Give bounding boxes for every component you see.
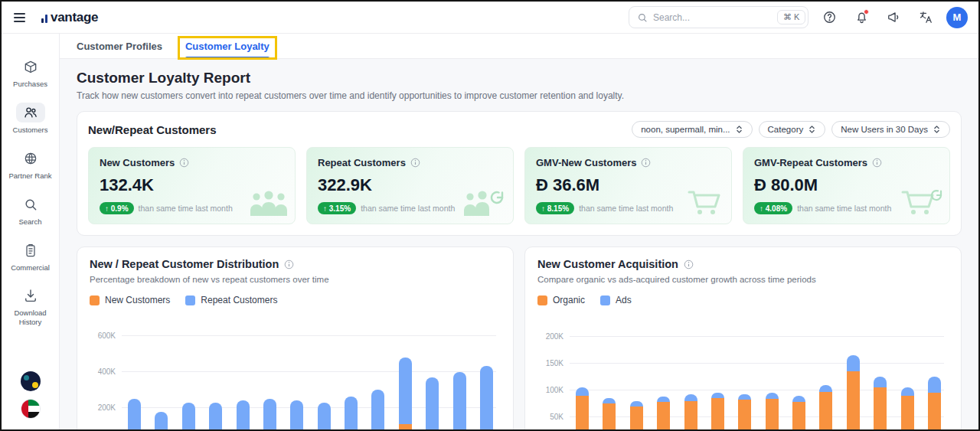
stacked-bar[interactable] xyxy=(576,387,589,431)
bar-segment-repeat-customers xyxy=(480,366,493,431)
bar-segment-repeat-customers xyxy=(371,390,384,431)
filter-value: noon, supermall, min... xyxy=(641,125,730,134)
y-axis-tick-label: 400K xyxy=(90,367,116,376)
stacked-bar[interactable] xyxy=(345,397,358,431)
notifications-bell-icon[interactable] xyxy=(850,6,873,29)
sidebar-item-commercial[interactable]: Commercial xyxy=(5,240,56,273)
legend-label: New Customers xyxy=(105,295,170,305)
y-axis-tick-label: 200K xyxy=(537,332,564,341)
stacked-bar[interactable] xyxy=(603,398,616,431)
info-icon[interactable] xyxy=(179,158,189,168)
kpi-card-gmv-new-customers: GMV-New Customers Đ 36.6M ↑ 8.15% than s… xyxy=(524,147,732,224)
user-avatar[interactable]: M xyxy=(946,7,968,28)
stacked-bar[interactable] xyxy=(901,387,914,431)
stacked-bar[interactable] xyxy=(263,399,276,431)
bar-segment-repeat-customers xyxy=(209,403,222,431)
bar-segment-ads xyxy=(630,401,643,407)
bar-segment-repeat-customers xyxy=(290,400,303,431)
stacked-bar[interactable] xyxy=(847,355,860,431)
chart-card-distribution: New / Repeat Customer Distribution Perce… xyxy=(77,247,514,431)
legend-swatch xyxy=(185,295,195,305)
bar-segment-ads xyxy=(766,393,779,399)
stacked-bar[interactable] xyxy=(480,366,493,431)
kpi-card-repeat-customers: Repeat Customers 322.9K ↑ 3.15% than sam… xyxy=(306,147,514,224)
info-icon[interactable] xyxy=(641,158,651,168)
help-icon[interactable] xyxy=(818,6,841,29)
stacked-bar[interactable] xyxy=(209,403,222,431)
sidebar-nav: Purchases Customers Partner Rank Search xyxy=(2,34,60,429)
stacked-bar[interactable] xyxy=(318,403,331,431)
info-icon[interactable] xyxy=(684,260,694,269)
stacked-bar[interactable] xyxy=(426,377,439,431)
uae-flag-icon[interactable] xyxy=(21,399,41,419)
bar-segment-new-customers xyxy=(399,424,412,431)
sidebar-item-label: Commercial xyxy=(11,263,50,273)
stacked-bar[interactable] xyxy=(657,397,670,431)
bar-segment-organic xyxy=(738,400,751,431)
stacked-bar[interactable] xyxy=(711,393,724,431)
sidebar-item-download-history[interactable]: Download History xyxy=(5,286,56,327)
hamburger-menu-icon[interactable] xyxy=(12,8,32,28)
info-icon[interactable] xyxy=(410,158,420,168)
sidebar-item-label: Download History xyxy=(5,309,56,327)
stacked-bar[interactable] xyxy=(453,372,466,431)
bar-segment-organic xyxy=(657,402,670,431)
stacked-bar[interactable] xyxy=(766,393,779,431)
bar-segment-ads xyxy=(792,396,805,402)
translate-language-icon[interactable] xyxy=(914,6,937,29)
kpi-cards-row: New Customers 132.4K ↑ 0.9% than same ti… xyxy=(88,147,950,224)
stacked-bar[interactable] xyxy=(399,358,412,431)
tab-customer-profiles[interactable]: Customer Profiles xyxy=(77,34,162,58)
marketplace-logo-badge[interactable] xyxy=(21,371,41,391)
global-search[interactable]: ⌘ K xyxy=(629,6,808,28)
stacked-bar[interactable] xyxy=(928,377,941,431)
new-users-period-select[interactable]: New Users in 30 Days xyxy=(831,121,950,138)
bar-segment-repeat-customers xyxy=(345,397,358,431)
announcements-megaphone-icon[interactable] xyxy=(882,6,905,29)
bar-segment-organic xyxy=(711,398,724,431)
y-axis-tick-label: 600K xyxy=(90,331,116,340)
stacked-bar[interactable] xyxy=(792,396,805,431)
keyboard-shortcut-chip: ⌘ K xyxy=(777,10,805,24)
tab-customer-loyalty[interactable]: Customer Loyalty xyxy=(185,34,270,58)
sidebar-item-search[interactable]: Search xyxy=(5,194,56,227)
sidebar-item-partner-rank[interactable]: Partner Rank xyxy=(5,149,56,181)
stacked-bar[interactable] xyxy=(684,394,697,431)
stacked-bar[interactable] xyxy=(237,400,250,431)
cart-watermark-icon xyxy=(687,188,725,219)
search-input[interactable] xyxy=(653,12,772,23)
info-icon[interactable] xyxy=(872,158,882,168)
chart-subtitle: Compare organic vs ads-acquired customer… xyxy=(537,275,949,284)
sidebar-item-customers[interactable]: Customers xyxy=(5,103,56,135)
search-nav-icon xyxy=(16,194,45,214)
category-filter-select[interactable]: Category xyxy=(759,121,826,138)
y-axis-tick-label: 150K xyxy=(537,359,564,367)
main-area: Customer Profiles Customer Loyalty Custo… xyxy=(60,34,978,429)
stacked-bar[interactable] xyxy=(290,400,303,431)
bar-segment-ads xyxy=(874,377,887,387)
marketplace-filter-select[interactable]: noon, supermall, min... xyxy=(632,121,752,138)
vantage-logo[interactable]: vantage xyxy=(41,10,98,25)
new-repeat-customers-panel: New/Repeat Customers noon, supermall, mi… xyxy=(77,111,962,236)
stacked-bar[interactable] xyxy=(738,394,751,431)
legend-item: Ads xyxy=(600,295,632,305)
stacked-bar[interactable] xyxy=(371,390,384,431)
stacked-bar[interactable] xyxy=(630,401,643,431)
info-icon[interactable] xyxy=(284,260,294,269)
stacked-bar-chart: 50K100K150K200K xyxy=(537,318,949,431)
stacked-bar[interactable] xyxy=(874,377,887,431)
bar-segment-organic xyxy=(901,396,914,431)
legend-label: Organic xyxy=(553,295,585,305)
stacked-bar[interactable] xyxy=(128,399,141,431)
chart-title: New Customer Acquisition xyxy=(537,258,678,270)
sidebar-item-purchases[interactable]: Purchases xyxy=(5,57,56,89)
page-content: Customer Loyalty Report Track how new cu… xyxy=(60,59,978,429)
stacked-bar[interactable] xyxy=(182,403,195,431)
stacked-bar[interactable] xyxy=(155,412,168,431)
gridline xyxy=(122,335,496,336)
legend-item: Organic xyxy=(537,295,585,305)
stacked-bar[interactable] xyxy=(819,385,832,431)
purchases-icon xyxy=(16,57,45,77)
kpi-delta-note: than same time last month xyxy=(797,204,891,213)
bars-area xyxy=(576,355,941,431)
